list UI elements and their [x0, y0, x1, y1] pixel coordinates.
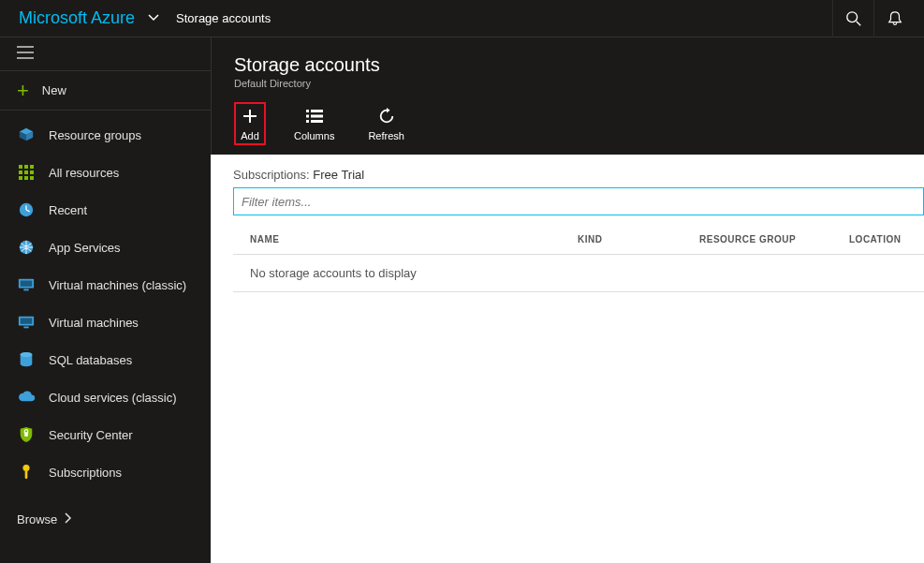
sidebar-item-recent[interactable]: Recent: [0, 191, 211, 229]
chevron-right-icon: [65, 512, 72, 526]
sidebar-item-label: Resource groups: [49, 128, 141, 142]
svg-rect-7: [30, 165, 34, 169]
vm-classic-icon: [17, 275, 36, 294]
columns-button[interactable]: Columns: [288, 102, 340, 145]
filter-input[interactable]: [233, 187, 924, 215]
resource-groups-icon: [17, 126, 36, 144]
browse-button[interactable]: Browse: [0, 498, 211, 540]
table-empty-row: No storage accounts to display: [233, 254, 924, 292]
svg-rect-22: [21, 319, 33, 324]
svg-rect-11: [19, 176, 22, 180]
notifications-icon[interactable]: [873, 0, 915, 37]
hamburger-icon: [17, 44, 34, 64]
sidebar-item-cloud-services[interactable]: Cloud services (classic): [0, 378, 211, 416]
table-header-row: NAME KIND RESOURCE GROUP LOCATION: [233, 215, 924, 254]
blade-subtitle: Default Directory: [234, 78, 902, 89]
sidebar-item-resource-groups[interactable]: Resource groups: [0, 116, 211, 154]
sidebar-item-label: Recent: [49, 203, 87, 217]
blade-title: Storage accounts: [234, 54, 902, 76]
svg-rect-8: [19, 170, 22, 174]
plus-icon: +: [17, 81, 29, 101]
svg-line-1: [856, 21, 860, 25]
add-label: Add: [241, 130, 259, 141]
refresh-icon: [376, 106, 397, 126]
svg-rect-6: [24, 165, 28, 169]
svg-rect-23: [23, 327, 28, 329]
svg-point-0: [846, 11, 857, 22]
sql-icon: [17, 350, 36, 369]
cloud-services-icon: [17, 388, 36, 407]
svg-rect-33: [306, 115, 309, 118]
sidebar-item-sql[interactable]: SQL databases: [0, 341, 211, 378]
sidebar-item-label: App Services: [49, 241, 121, 255]
chevron-down-icon[interactable]: [148, 11, 159, 26]
svg-rect-31: [306, 110, 309, 112]
sidebar-item-label: SQL databases: [49, 353, 132, 367]
vm-icon: [17, 313, 36, 332]
svg-point-27: [22, 465, 29, 471]
new-label: New: [42, 83, 66, 97]
all-resources-icon: [17, 163, 36, 182]
plus-icon: [240, 106, 260, 126]
col-header-name[interactable]: NAME: [250, 234, 578, 244]
svg-rect-36: [311, 120, 323, 123]
columns-label: Columns: [294, 130, 334, 141]
col-header-resource-group[interactable]: RESOURCE GROUP: [699, 234, 849, 244]
sidebar-item-vm[interactable]: Virtual machines: [0, 304, 211, 341]
shield-icon: [17, 425, 36, 444]
svg-rect-13: [30, 176, 34, 180]
svg-rect-35: [306, 120, 309, 123]
breadcrumb[interactable]: Storage accounts: [176, 11, 271, 25]
refresh-button[interactable]: Refresh: [362, 102, 410, 145]
svg-rect-5: [19, 165, 22, 169]
svg-rect-9: [24, 170, 28, 174]
svg-rect-20: [23, 289, 28, 291]
sidebar-item-app-services[interactable]: App Services: [0, 229, 211, 266]
recent-icon: [17, 200, 36, 219]
subscriptions-value[interactable]: Free Trial: [313, 168, 364, 182]
app-services-icon: [17, 238, 36, 257]
add-button[interactable]: Add: [234, 102, 266, 145]
svg-rect-10: [30, 170, 34, 174]
sidebar-item-label: All resources: [49, 166, 119, 180]
svg-rect-34: [311, 115, 323, 118]
svg-point-25: [21, 352, 33, 357]
refresh-label: Refresh: [368, 130, 404, 141]
sidebar-item-subscriptions[interactable]: Subscriptions: [0, 453, 211, 491]
search-icon[interactable]: [832, 0, 873, 37]
azure-brand[interactable]: Microsoft Azure: [19, 8, 135, 28]
sidebar-item-vm-classic[interactable]: Virtual machines (classic): [0, 266, 211, 304]
svg-rect-28: [25, 470, 28, 479]
hamburger-toggle[interactable]: [0, 37, 211, 71]
sidebar-item-label: Virtual machines (classic): [49, 278, 186, 292]
new-button[interactable]: + New: [0, 71, 211, 111]
sidebar-item-all-resources[interactable]: All resources: [0, 154, 211, 191]
sidebar-item-label: Security Center: [49, 428, 133, 442]
sidebar-item-security[interactable]: Security Center: [0, 416, 211, 453]
subscriptions-label: Subscriptions:: [233, 168, 310, 182]
svg-rect-12: [24, 176, 28, 180]
sidebar-item-label: Virtual machines: [49, 316, 139, 330]
svg-rect-19: [21, 281, 33, 287]
svg-rect-32: [311, 110, 323, 112]
sidebar: + New Resource groups All resources R: [0, 37, 211, 563]
sidebar-item-label: Cloud services (classic): [49, 391, 177, 405]
col-header-location[interactable]: LOCATION: [849, 234, 907, 244]
browse-label: Browse: [17, 512, 57, 526]
subscriptions-icon: [17, 463, 36, 482]
empty-message: No storage accounts to display: [250, 266, 417, 280]
sidebar-item-label: Subscriptions: [49, 466, 122, 480]
col-header-kind[interactable]: KIND: [578, 234, 699, 244]
columns-icon: [304, 106, 325, 126]
